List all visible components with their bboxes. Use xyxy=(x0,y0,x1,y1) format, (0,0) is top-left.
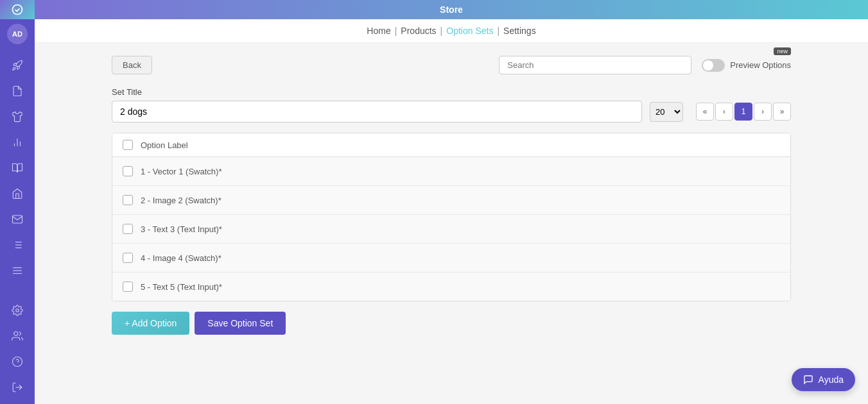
page-first[interactable]: « xyxy=(696,103,714,121)
row-checkbox-1[interactable] xyxy=(123,195,133,205)
topbar-title: Store xyxy=(440,4,463,15)
page-next[interactable]: › xyxy=(754,103,772,121)
user-avatar-area: AD xyxy=(0,19,35,49)
nav-products[interactable]: Products xyxy=(401,26,436,36)
topbar: Store xyxy=(35,0,868,19)
table-header-label: Option Label xyxy=(141,140,188,150)
row-label-1: 2 - Image 2 (Swatch)* xyxy=(141,196,221,205)
table-row[interactable]: 1 - Vector 1 (Swatch)* xyxy=(112,157,790,186)
svg-point-13 xyxy=(16,309,19,312)
add-option-button[interactable]: + Add Option xyxy=(112,312,189,335)
page-last[interactable]: » xyxy=(773,103,791,121)
content-area: Back new Preview Options Set Title 20 50… xyxy=(35,43,868,404)
nav-settings[interactable]: Settings xyxy=(503,26,536,36)
sidebar-item-document[interactable] xyxy=(3,80,31,103)
table-header: Option Label xyxy=(112,133,790,157)
per-page-select[interactable]: 20 50 100 xyxy=(650,102,683,122)
sidebar-item-mail[interactable] xyxy=(3,208,31,231)
sidebar-bottom xyxy=(3,299,31,404)
set-title-input[interactable] xyxy=(112,101,642,122)
nav-option-sets[interactable]: Option Sets xyxy=(446,26,493,36)
table-row[interactable]: 5 - Text 5 (Text Input)* xyxy=(112,273,790,301)
svg-point-15 xyxy=(13,357,22,367)
select-all-checkbox[interactable] xyxy=(123,140,133,150)
set-title-section: Set Title 20 50 100 « ‹ 1 › » xyxy=(112,87,791,122)
row-checkbox-2[interactable] xyxy=(123,224,133,234)
save-option-set-button[interactable]: Save Option Set xyxy=(195,312,286,335)
sidebar-item-rocket[interactable] xyxy=(3,54,31,77)
preview-toggle[interactable] xyxy=(702,59,725,72)
search-input[interactable] xyxy=(499,56,691,74)
sidebar-item-logout[interactable] xyxy=(3,376,31,399)
row-checkbox-0[interactable] xyxy=(123,166,133,176)
svg-point-14 xyxy=(14,332,18,335)
page-prev[interactable]: ‹ xyxy=(715,103,733,121)
sidebar-item-chart[interactable] xyxy=(3,131,31,154)
row-checkbox-3[interactable] xyxy=(123,253,133,263)
options-table: Option Label 1 - Vector 1 (Swatch)* 2 - … xyxy=(112,133,791,301)
sidebar-item-notebook[interactable] xyxy=(3,156,31,180)
sidebar-nav xyxy=(0,49,35,287)
action-buttons: + Add Option Save Option Set xyxy=(112,312,791,335)
title-row: 20 50 100 « ‹ 1 › » xyxy=(112,101,791,122)
row-label-4: 5 - Text 5 (Text Input)* xyxy=(141,282,222,292)
back-button[interactable]: Back xyxy=(112,56,152,74)
new-badge: new xyxy=(774,47,791,55)
avatar[interactable]: AD xyxy=(7,24,28,44)
table-rows: 1 - Vector 1 (Swatch)* 2 - Image 2 (Swat… xyxy=(112,157,790,301)
nav-bar: Home | Products | Option Sets | Settings xyxy=(35,19,868,43)
nav-sep-2: | xyxy=(440,26,443,36)
row-checkbox-4[interactable] xyxy=(123,282,133,292)
nav-links: Home | Products | Option Sets | Settings xyxy=(367,26,535,36)
sidebar: AD xyxy=(0,0,35,404)
table-row[interactable]: 2 - Image 2 (Swatch)* xyxy=(112,186,790,215)
table-row[interactable]: 3 - Text 3 (Text Input)* xyxy=(112,215,790,244)
pagination: « ‹ 1 › » xyxy=(696,103,791,121)
search-area: new Preview Options xyxy=(499,56,791,74)
sidebar-item-users[interactable] xyxy=(3,324,31,348)
ayuda-button[interactable]: Ayuda xyxy=(792,368,855,391)
nav-sep-3: | xyxy=(497,26,499,36)
row-label-0: 1 - Vector 1 (Swatch)* xyxy=(141,167,221,176)
row-label-2: 3 - Text 3 (Text Input)* xyxy=(141,224,222,234)
page-current[interactable]: 1 xyxy=(734,103,752,121)
set-title-label: Set Title xyxy=(112,87,791,97)
sidebar-item-list[interactable] xyxy=(3,233,31,257)
preview-options: new Preview Options xyxy=(702,59,791,72)
nav-home[interactable]: Home xyxy=(367,26,390,36)
preview-label: Preview Options xyxy=(730,60,791,70)
svg-point-0 xyxy=(13,5,22,15)
sidebar-item-help[interactable] xyxy=(3,350,31,373)
main-content: Store Home | Products | Option Sets | Se… xyxy=(35,0,868,404)
ayuda-label: Ayuda xyxy=(819,375,844,385)
chat-icon xyxy=(803,375,813,385)
nav-sep-1: | xyxy=(395,26,397,36)
sidebar-item-settings[interactable] xyxy=(3,299,31,322)
table-row[interactable]: 4 - Image 4 (Swatch)* xyxy=(112,244,790,273)
toolbar: Back new Preview Options xyxy=(112,56,791,74)
row-label-3: 4 - Image 4 (Swatch)* xyxy=(141,253,221,263)
sidebar-item-store[interactable] xyxy=(3,182,31,205)
sidebar-item-shirt[interactable] xyxy=(3,105,31,128)
sidebar-item-menu[interactable] xyxy=(3,259,31,282)
logo[interactable] xyxy=(0,0,35,19)
